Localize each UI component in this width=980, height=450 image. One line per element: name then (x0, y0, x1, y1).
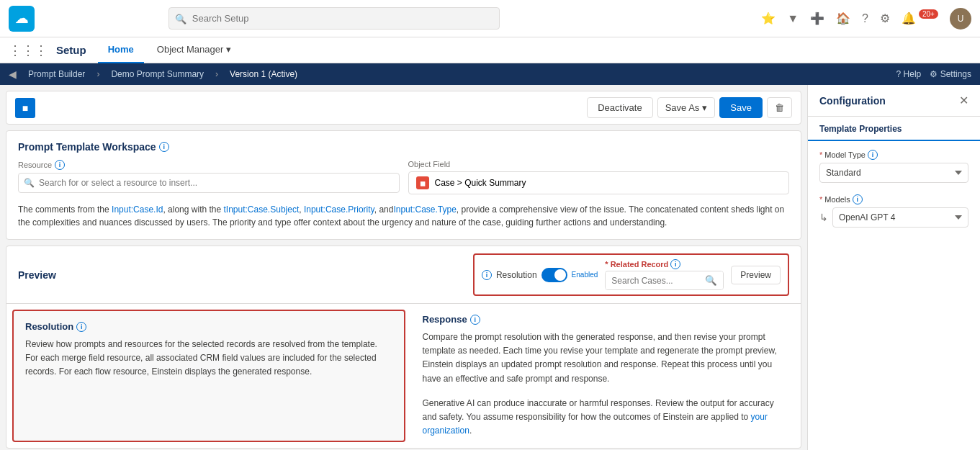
object-field-label: Object Field (408, 160, 790, 168)
app-launcher-icon[interactable]: ⋮⋮⋮ (9, 42, 48, 58)
chevron-down-icon: ▾ (702, 102, 707, 113)
breadcrumb-version[interactable]: Version 1 (Active) (230, 69, 297, 79)
search-cases-input[interactable] (606, 272, 699, 289)
top-nav-right: ⭐ ▼ ➕ 🏠 ? ⚙ 🔔 20+ U (758, 8, 971, 30)
tab-home[interactable]: Home (98, 37, 144, 63)
notification-badge: 20+ (919, 9, 938, 19)
config-header: Configuration ✕ (808, 85, 980, 117)
models-label: * Models i (819, 194, 968, 204)
preview-button[interactable]: Preview (731, 266, 781, 284)
config-title: Configuration (819, 95, 886, 107)
related-record-section: * Related Record i 🔍 (605, 259, 724, 290)
settings-link[interactable]: ⚙ Settings (930, 69, 971, 79)
link-case-type[interactable]: Input:Case.Type (393, 204, 456, 215)
models-row: ↳ OpenAI GPT 4 OpenAI GPT 3.5 (819, 207, 968, 228)
content-area: ■ Deactivate Save As ▾ Save 🗑 Prompt Tem… (0, 85, 807, 450)
object-field-value[interactable]: ◼ Case > Quick Summary (408, 171, 790, 194)
settings-icon[interactable]: ⚙ (877, 9, 893, 28)
help-link[interactable]: ? Help (896, 69, 922, 79)
resource-info-icon[interactable]: i (55, 160, 65, 170)
chevron-down-icon: ▾ (226, 44, 231, 55)
action-toolbar: ■ Deactivate Save As ▾ Save 🗑 (6, 91, 801, 125)
config-body: * Model Type i Standard Custom * Models … (808, 150, 980, 239)
cases-search-button[interactable]: 🔍 (699, 271, 723, 289)
workspace-info-icon[interactable]: i (159, 142, 169, 152)
models-select[interactable]: OpenAI GPT 4 OpenAI GPT 3.5 (832, 207, 968, 228)
deactivate-button[interactable]: Deactivate (587, 97, 652, 118)
help-icon[interactable]: ? (859, 9, 871, 28)
save-button[interactable]: Save (719, 97, 763, 118)
breadcrumb-right-actions: ? Help ⚙ Settings (896, 69, 971, 79)
object-field-icon: ◼ (416, 176, 429, 189)
model-type-field-group: * Model Type i Standard Custom (819, 150, 968, 183)
models-arrow-icon: ↳ (819, 212, 828, 223)
preview-body: Resolution i Review how prompts and reso… (6, 304, 801, 448)
model-type-info-icon[interactable]: i (868, 150, 878, 160)
preview-controls-box: i Resolution Enabled * Related Record i (473, 253, 789, 296)
home-icon[interactable]: 🏠 (833, 9, 853, 28)
model-type-label: * Model Type i (819, 150, 968, 160)
resolution-section-text: Review how prompts and resources for the… (25, 338, 392, 379)
breadcrumb-bar: ◀ Prompt Builder › Demo Prompt Summary ›… (0, 63, 980, 85)
prompt-text: The comments from the Input:Case.Id, alo… (18, 203, 789, 229)
response-section-text1: Compare the prompt resolution with the g… (423, 330, 790, 386)
models-info-icon[interactable]: i (853, 194, 863, 204)
search-icon: 🔍 (175, 13, 186, 24)
bell-icon[interactable]: 🔔 (899, 9, 919, 28)
related-record-label: * Related Record i (605, 259, 724, 269)
response-section-info-icon[interactable]: i (470, 315, 480, 325)
main-area: ■ Deactivate Save As ▾ Save 🗑 Prompt Tem… (0, 85, 980, 450)
setup-title: Setup (56, 44, 86, 56)
toolbar-left: ■ (15, 98, 35, 118)
object-field-box: Object Field ◼ Case > Quick Summary (408, 160, 790, 194)
chevron-down-icon[interactable]: ▼ (784, 9, 801, 28)
resolution-label: Resolution (496, 270, 537, 280)
global-search-input[interactable] (168, 7, 500, 30)
resolution-toggle[interactable] (541, 268, 567, 282)
your-org-link[interactable]: your organization (423, 412, 768, 436)
resource-search-input[interactable] (18, 173, 400, 193)
expand-button[interactable]: ■ (15, 98, 35, 118)
breadcrumb-prompt-builder[interactable]: Prompt Builder (28, 69, 85, 79)
workspace-panel: Prompt Template Workspace i Resource i 🔍… (6, 130, 801, 240)
config-close-button[interactable]: ✕ (959, 94, 968, 107)
resolution-section-title: Resolution i (25, 321, 392, 332)
workspace-title: Prompt Template Workspace i (18, 141, 789, 153)
resolution-section: Resolution i Review how prompts and reso… (12, 310, 405, 442)
response-section: Response i Compare the prompt resolution… (411, 304, 801, 448)
link-case-priority[interactable]: Input:Case.Priority (304, 204, 374, 215)
salesforce-logo: ☁ (9, 6, 35, 32)
related-record-info-icon[interactable]: i (670, 259, 680, 269)
resource-search-icon: 🔍 (24, 178, 35, 188)
setup-navigation: ⋮⋮⋮ Setup Home Object Manager ▾ (0, 37, 980, 63)
global-search-wrap: 🔍 (168, 7, 500, 30)
link-case-id[interactable]: Input:Case.Id (112, 204, 163, 215)
top-navigation: ☁ 🔍 ⭐ ▼ ➕ 🏠 ? ⚙ 🔔 20+ U (0, 0, 980, 37)
save-as-button[interactable]: Save As ▾ (657, 97, 716, 118)
toggle-knob (554, 269, 566, 281)
toolbar-right: Deactivate Save As ▾ Save 🗑 (587, 97, 792, 118)
breadcrumb-demo-prompt[interactable]: Demo Prompt Summary (111, 69, 204, 79)
preview-panel: Preview i Resolution Enabled (6, 246, 801, 449)
tab-object-manager[interactable]: Object Manager ▾ (147, 37, 242, 63)
resolution-toggle-wrap: i Resolution Enabled (482, 268, 598, 282)
preview-title: Preview (18, 269, 56, 281)
resource-field: Resource i 🔍 (18, 160, 400, 194)
configuration-panel: Configuration ✕ Template Properties * Mo… (807, 85, 980, 450)
model-type-select[interactable]: Standard Custom (819, 163, 968, 183)
response-section-title: Response i (423, 314, 790, 325)
delete-button[interactable]: 🗑 (767, 97, 792, 118)
link-case-subject[interactable]: tInput:Case.Subject (224, 204, 300, 215)
plus-icon[interactable]: ➕ (807, 9, 827, 28)
user-avatar[interactable]: U (950, 8, 971, 30)
response-section-text2: Generative AI can produce inaccurate or … (423, 397, 790, 438)
resource-label: Resource i (18, 160, 400, 170)
resource-row: Resource i 🔍 Object Field ◼ Case > Quick… (18, 160, 789, 194)
collapse-icon[interactable]: ◀ (9, 68, 17, 80)
resolution-section-info-icon[interactable]: i (76, 322, 86, 332)
preview-header: Preview i Resolution Enabled (6, 246, 801, 304)
star-icon[interactable]: ⭐ (758, 9, 778, 28)
config-section-title: Template Properties (808, 117, 980, 141)
resolution-info-icon[interactable]: i (482, 270, 492, 280)
related-record-input: 🔍 (605, 271, 724, 290)
